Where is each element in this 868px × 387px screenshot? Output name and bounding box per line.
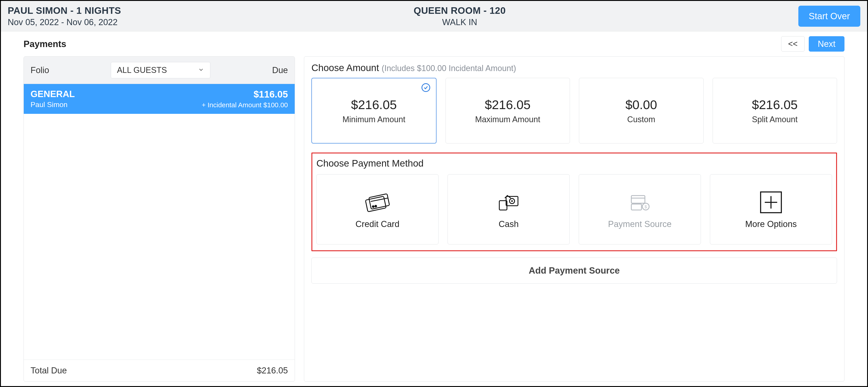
top-bar: PAUL SIMON - 1 NIGHTS Nov 05, 2022 - Nov… [1, 1, 867, 31]
amount-min-label: Minimum Amount [342, 115, 405, 124]
room-title: QUEEN ROOM - 120 [414, 5, 506, 16]
booking-source: WALK IN [414, 18, 506, 27]
due-label: Due [272, 65, 288, 75]
page-title: Payments [24, 39, 66, 49]
payment-method-section: Choose Payment Method Credit Card [311, 152, 837, 251]
start-over-button[interactable]: Start Over [798, 6, 860, 27]
choose-method-title: Choose Payment Method [316, 158, 832, 169]
method-credit-label: Credit Card [355, 219, 399, 229]
total-due-label: Total Due [31, 366, 67, 376]
back-button[interactable]: << [781, 36, 805, 52]
cash-icon [495, 190, 522, 215]
svg-rect-9 [631, 196, 645, 203]
method-credit-card[interactable]: Credit Card [316, 174, 438, 244]
choose-amount-text: Choose Amount [311, 62, 379, 73]
svg-point-4 [372, 206, 374, 208]
guest-selector[interactable]: ALL GUESTS [111, 62, 210, 78]
method-source-label: Payment Source [608, 219, 672, 229]
amount-card-maximum[interactable]: $216.05 Maximum Amount [445, 78, 570, 144]
amount-row: $216.05 Minimum Amount $216.05 Maximum A… [311, 78, 837, 144]
folio-item-amount: $116.05 [253, 89, 288, 100]
chevron-down-icon [198, 65, 204, 75]
folio-item-incidental: + Incidental Amount $100.00 [202, 101, 288, 109]
sub-bar: Payments << Next [1, 31, 867, 56]
folio-body [24, 114, 295, 360]
folio-item-name: GENERAL [31, 89, 75, 99]
amount-card-split[interactable]: $216.05 Split Amount [713, 78, 837, 144]
total-due-value: $216.05 [257, 366, 288, 376]
folio-item-guest: Paul Simon [31, 100, 75, 109]
folio-footer: Total Due $216.05 [24, 360, 295, 381]
folio-panel: Folio ALL GUESTS Due GENERAL Paul Simon … [24, 56, 295, 382]
method-cash-label: Cash [499, 219, 519, 229]
date-range: Nov 05, 2022 - Nov 06, 2022 [8, 18, 121, 27]
next-button[interactable]: Next [809, 36, 844, 52]
choose-amount-title: Choose Amount (Includes $100.00 Incident… [311, 62, 837, 73]
header-center: QUEEN ROOM - 120 WALK IN [414, 5, 506, 27]
amount-custom-value: $0.00 [625, 97, 657, 112]
svg-point-0 [422, 84, 430, 92]
amount-custom-label: Custom [627, 115, 655, 124]
svg-point-5 [375, 205, 377, 207]
payment-source-icon: $ [626, 190, 653, 215]
check-icon [421, 83, 431, 93]
folio-item[interactable]: GENERAL Paul Simon $116.05 + Incidental … [24, 84, 295, 114]
amount-card-custom[interactable]: $0.00 Custom [579, 78, 704, 144]
main-panel: Choose Amount (Includes $100.00 Incident… [304, 56, 844, 382]
method-row: Credit Card Cash [316, 174, 832, 244]
plus-icon [757, 190, 784, 215]
content: Folio ALL GUESTS Due GENERAL Paul Simon … [1, 56, 867, 382]
method-more-options[interactable]: More Options [710, 174, 832, 244]
credit-card-icon [364, 190, 391, 215]
add-payment-source-button[interactable]: Add Payment Source [311, 258, 837, 284]
folio-header: Folio ALL GUESTS Due [24, 57, 295, 84]
amount-card-minimum[interactable]: $216.05 Minimum Amount [311, 78, 436, 144]
svg-text:$: $ [645, 204, 647, 209]
method-payment-source: $ Payment Source [579, 174, 701, 244]
amount-max-value: $216.05 [485, 97, 531, 112]
guest-nights-title: PAUL SIMON - 1 NIGHTS [8, 5, 121, 16]
amount-split-value: $216.05 [752, 97, 798, 112]
guest-selector-value: ALL GUESTS [117, 65, 167, 75]
amount-max-label: Maximum Amount [475, 115, 540, 124]
choose-amount-sub: (Includes $100.00 Incidental Amount) [382, 64, 516, 73]
method-more-label: More Options [745, 219, 797, 229]
header-left: PAUL SIMON - 1 NIGHTS Nov 05, 2022 - Nov… [8, 5, 121, 27]
svg-rect-11 [631, 204, 642, 210]
folio-label: Folio [31, 65, 49, 75]
amount-min-value: $216.05 [351, 97, 397, 112]
method-cash[interactable]: Cash [447, 174, 570, 244]
amount-split-label: Split Amount [752, 115, 798, 124]
